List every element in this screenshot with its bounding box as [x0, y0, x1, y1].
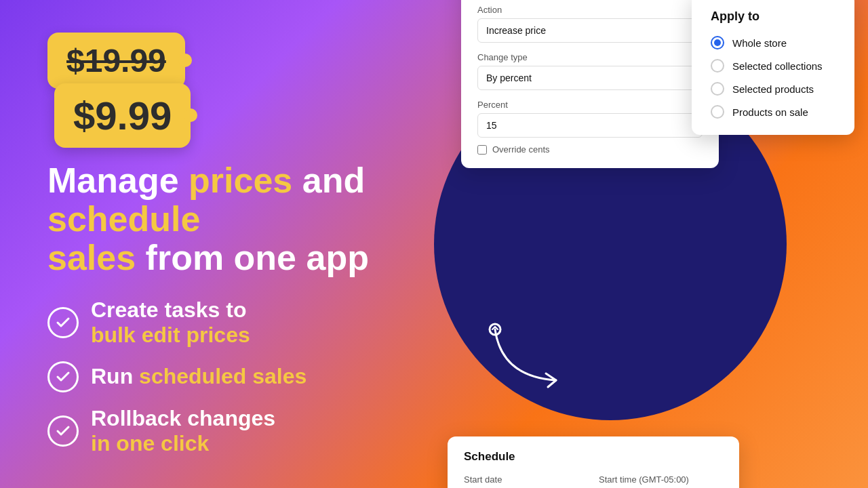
override-checkbox[interactable] — [477, 145, 487, 155]
radio-label-whole-store: Whole store — [732, 37, 787, 49]
background: $19.99 $9.99 Manage prices and schedule … — [0, 0, 868, 488]
headline-line1: Manage prices and schedule — [47, 161, 420, 239]
feature-text-bulk-edit: Create tasks tobulk edit prices — [91, 298, 250, 348]
feature-accent-bulk-edit: bulk edit prices — [91, 323, 250, 347]
feature-scheduled-sales: Run scheduled sales — [47, 361, 420, 392]
price-tag-area: $19.99 $9.99 — [47, 33, 251, 148]
headline: Manage prices and schedule sales from on… — [47, 161, 420, 278]
new-price-tag: $9.99 — [54, 83, 191, 148]
percent-label: Percent — [477, 100, 703, 110]
radio-whole-store[interactable]: Whole store — [711, 36, 835, 49]
left-section: $19.99 $9.99 Manage prices and schedule … — [0, 33, 420, 456]
radio-products-on-sale[interactable]: Products on sale — [711, 105, 835, 119]
apply-to-card: Apply to Whole store Selected collection… — [692, 0, 854, 135]
radio-circle-whole-store — [711, 36, 724, 49]
checkmark-svg-2 — [55, 369, 71, 385]
check-icon-bulk-edit — [47, 307, 79, 338]
override-label: Override cents — [492, 144, 550, 155]
feature-text-scheduled: Run scheduled sales — [91, 364, 307, 389]
apply-to-title: Apply to — [711, 9, 835, 24]
radio-circle-products — [711, 82, 724, 96]
cards-wrapper: Price Action Change type Percent Overrid… — [434, 75, 841, 413]
feature-bulk-edit: Create tasks tobulk edit prices — [47, 298, 420, 348]
feature-text-rollback: Rollback changesin one click — [91, 406, 275, 456]
check-icon-rollback — [47, 415, 79, 447]
start-time-label: Start time (GMT-05:00) — [599, 474, 723, 485]
feature-accent-rollback: in one click — [91, 431, 209, 455]
radio-selected-products[interactable]: Selected products — [711, 82, 835, 96]
checkmark-svg-3 — [55, 423, 71, 439]
radio-circle-on-sale — [711, 105, 724, 119]
date-row: Start date Start time (GMT-05:00) — [464, 474, 723, 488]
schedule-title: Schedule — [464, 450, 723, 464]
headline-line2: sales from one app — [47, 239, 420, 277]
check-icon-scheduled — [47, 361, 79, 392]
arrow-decoration — [488, 323, 576, 393]
radio-label-products: Selected products — [732, 83, 814, 95]
feature-rollback: Rollback changesin one click — [47, 406, 420, 456]
right-section: Price Action Change type Percent Overrid… — [434, 75, 841, 413]
schedule-card: Schedule Start date Start time (GMT-05:0… — [448, 436, 739, 488]
override-row: Override cents — [477, 144, 703, 155]
radio-label-on-sale: Products on sale — [732, 106, 808, 118]
checkmark-svg — [55, 314, 71, 331]
radio-circle-collections — [711, 59, 724, 73]
feature-accent-scheduled: scheduled sales — [139, 364, 307, 388]
action-input[interactable] — [477, 18, 703, 43]
radio-label-collections: Selected collections — [732, 60, 823, 72]
start-date-field: Start date — [464, 474, 588, 488]
accent-prices: prices — [189, 161, 292, 200]
features-list: Create tasks tobulk edit prices Run sche… — [47, 298, 420, 455]
action-label: Action — [477, 5, 703, 15]
price-card: Price Action Change type Percent Overrid… — [461, 0, 719, 168]
old-price-tag: $19.99 — [47, 33, 185, 89]
start-date-label: Start date — [464, 474, 588, 485]
new-price-text: $9.99 — [73, 94, 172, 138]
accent-schedule: schedule — [47, 199, 200, 239]
start-time-field: Start time (GMT-05:00) — [599, 474, 723, 488]
arrow-svg — [488, 323, 576, 390]
radio-selected-collections[interactable]: Selected collections — [711, 59, 835, 73]
percent-input[interactable] — [477, 113, 703, 138]
accent-sales: sales — [47, 238, 136, 277]
change-type-input[interactable] — [477, 66, 703, 90]
change-type-label: Change type — [477, 52, 703, 62]
old-price-text: $19.99 — [66, 43, 166, 79]
